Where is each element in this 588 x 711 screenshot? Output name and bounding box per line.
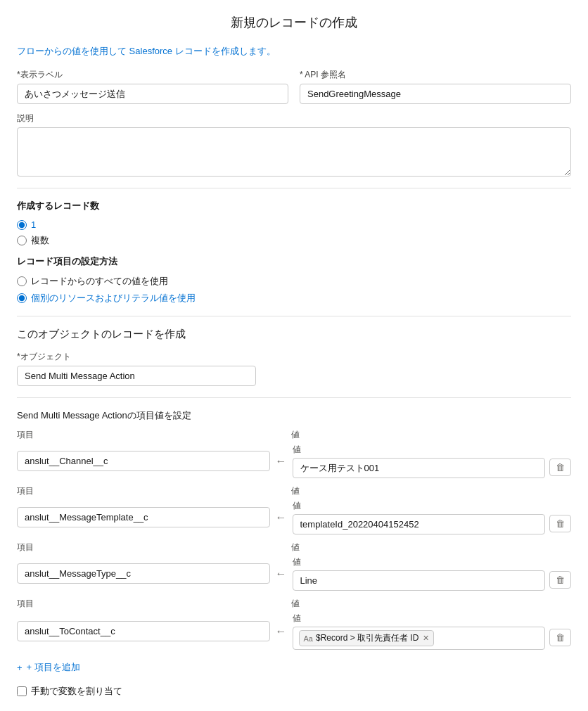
value-col-label-3: 値: [293, 556, 546, 568]
col-field-label-3: 項目: [17, 542, 269, 553]
col-field-label-4: 項目: [17, 598, 269, 610]
value-tag-wrapper-4: Aa $Record > 取引先責任者 ID ✕: [293, 627, 546, 650]
display-label-label: *表示ラベル: [17, 69, 288, 81]
value-input-2[interactable]: [293, 514, 546, 534]
object-label: *オブジェクト: [17, 351, 256, 363]
delete-btn-2[interactable]: 🗑: [549, 515, 571, 532]
display-label-input[interactable]: [17, 84, 288, 104]
field-row-2: ← 値 🗑: [17, 500, 571, 534]
value-input-3[interactable]: [293, 570, 546, 591]
radio-count-1-label: 1: [31, 219, 36, 230]
value-input-1[interactable]: [293, 458, 546, 478]
field-row-3: ← 値 🗑: [17, 556, 571, 591]
subtitle: フローからの値を使用して Salesforce レコードを作成します。: [17, 45, 571, 58]
manual-assign-label: 手動で変数を割り当て: [31, 685, 122, 698]
col-field-label-1: 項目: [17, 429, 269, 441]
field-values-title: Send Multi Message Actionの項目値を設定: [17, 409, 571, 422]
object-section: このオブジェクトのレコードを作成 *オブジェクト: [17, 328, 571, 386]
radio-use-individual-label: 個別のリソースおよびリテラル値を使用: [31, 292, 196, 305]
manual-assign-checkbox[interactable]: [17, 686, 27, 696]
col-value-label-4: 値: [291, 598, 543, 610]
tag-prefix-4: Aa: [304, 634, 313, 643]
api-name-label: * API 参照名: [300, 69, 571, 81]
delete-btn-4[interactable]: 🗑: [549, 629, 571, 646]
field-input-3[interactable]: [17, 563, 270, 584]
add-icon: +: [17, 662, 23, 673]
value-col-label-2: 値: [293, 500, 546, 512]
add-item-button[interactable]: + + 項目を追加: [17, 657, 80, 678]
col-value-label-3: 値: [291, 542, 543, 553]
api-name-input[interactable]: [300, 84, 571, 104]
manual-assign-row: 手動で変数を割り当て: [17, 685, 571, 698]
delete-btn-3[interactable]: 🗑: [549, 571, 571, 589]
page-title: 新規のレコードの作成: [17, 14, 571, 31]
tag-close-4[interactable]: ✕: [423, 634, 429, 643]
tag-text-4: $Record > 取引先責任者 ID: [316, 632, 418, 644]
field-row-1: ← 値 🗑: [17, 444, 571, 478]
value-tag-4[interactable]: Aa $Record > 取引先責任者 ID ✕: [299, 630, 435, 646]
field-input-4[interactable]: [17, 621, 270, 641]
value-col-label-4: 値: [293, 613, 546, 624]
object-input[interactable]: [17, 366, 256, 386]
radio-use-individual[interactable]: 個別のリソースおよびリテラル値を使用: [17, 292, 571, 305]
field-input-2[interactable]: [17, 507, 270, 527]
radio-use-all-values[interactable]: レコードからのすべての値を使用: [17, 275, 571, 288]
radio-count-1[interactable]: 1: [17, 219, 571, 230]
field-setup-label: レコード項目の設定方法: [17, 255, 571, 268]
arrow-btn-1[interactable]: ←: [274, 455, 288, 468]
field-setup-group: レコードからのすべての値を使用 個別のリソースおよびリテラル値を使用: [17, 275, 571, 305]
field-input-1[interactable]: [17, 451, 270, 471]
col-field-label-2: 項目: [17, 485, 269, 497]
record-count-group: 1 複数: [17, 219, 571, 247]
delete-btn-1[interactable]: 🗑: [549, 459, 571, 476]
value-col-label-1: 値: [293, 444, 546, 456]
arrow-btn-2[interactable]: ←: [274, 511, 288, 524]
radio-count-multiple[interactable]: 複数: [17, 234, 571, 247]
col-value-label-2: 値: [291, 485, 543, 497]
description-input[interactable]: [17, 127, 571, 177]
col-value-label-1: 値: [291, 429, 543, 441]
arrow-btn-3[interactable]: ←: [274, 568, 288, 580]
object-section-title: このオブジェクトのレコードを作成: [17, 328, 571, 341]
radio-count-multiple-label: 複数: [31, 234, 49, 247]
radio-use-all-label: レコードからのすべての値を使用: [31, 275, 168, 288]
field-row-4: ← 値 Aa $Record > 取引先責任者 ID ✕ 🗑: [17, 613, 571, 650]
add-item-label: + 項目を追加: [27, 661, 80, 674]
field-values-section: Send Multi Message Actionの項目値を設定 項目 値 ← …: [17, 409, 571, 678]
description-label: 説明: [17, 113, 571, 124]
arrow-btn-4[interactable]: ←: [274, 625, 288, 638]
record-count-label: 作成するレコード数: [17, 200, 571, 212]
